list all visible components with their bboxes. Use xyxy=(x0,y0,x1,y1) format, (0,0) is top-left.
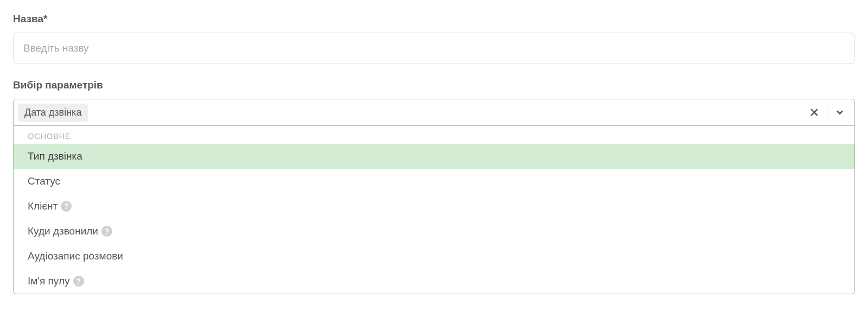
tag-item[interactable]: Дата дзвінка xyxy=(18,104,88,122)
divider xyxy=(827,105,827,119)
option-label: Тип дзвінка xyxy=(28,150,82,162)
option-label: Статус xyxy=(28,175,60,187)
params-dropdown[interactable]: ОСНОВНЕ Тип дзвінкаСтатусКлієнт?Куди дзв… xyxy=(13,126,855,294)
name-input[interactable] xyxy=(13,33,855,64)
help-icon[interactable]: ? xyxy=(101,226,112,237)
option-label: Аудіозапис розмови xyxy=(28,250,123,262)
help-icon[interactable]: ? xyxy=(61,201,72,212)
group-header: ОСНОВНЕ xyxy=(14,126,854,144)
option-item[interactable]: Тип дзвінка xyxy=(14,144,854,169)
option-item[interactable]: Статус xyxy=(14,169,854,194)
params-multiselect[interactable]: Дата дзвінка xyxy=(13,99,855,126)
clear-icon[interactable] xyxy=(808,106,820,118)
help-icon[interactable]: ? xyxy=(73,276,84,287)
name-label: Назва* xyxy=(13,13,855,25)
option-label: Куди дзвонили xyxy=(28,225,98,237)
selected-tags: Дата дзвінка xyxy=(18,104,804,122)
option-label: Клієнт xyxy=(28,200,58,212)
option-item[interactable]: Куди дзвонили? xyxy=(14,219,854,244)
option-label: Ім'я пулу xyxy=(28,275,70,287)
params-label: Вибір параметрів xyxy=(13,79,855,91)
option-item[interactable]: Аудіозапис розмови xyxy=(14,244,854,269)
option-item[interactable]: Ім'я пулу? xyxy=(14,269,854,294)
chevron-down-icon[interactable] xyxy=(834,106,846,118)
option-item[interactable]: Клієнт? xyxy=(14,194,854,219)
